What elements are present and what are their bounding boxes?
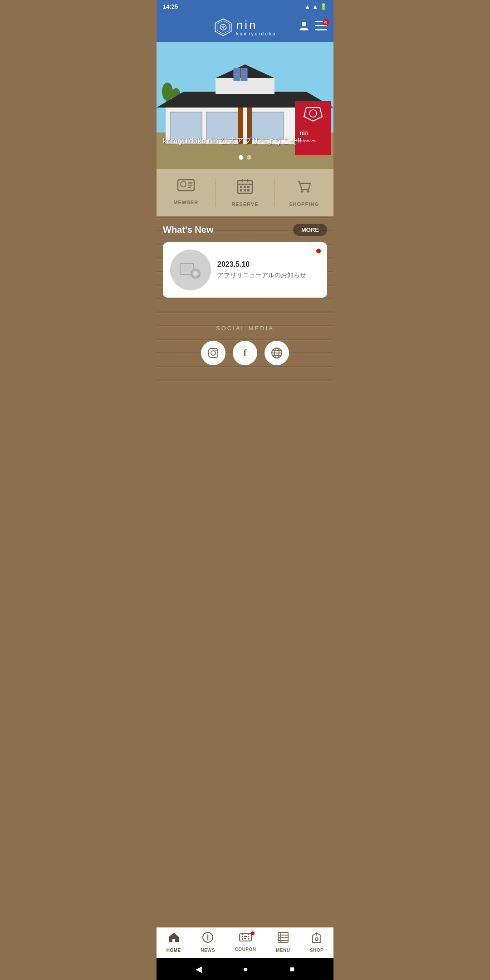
svg-rect-24	[170, 112, 202, 139]
shopping-icon	[296, 178, 312, 198]
whats-new-section: What's New MORE 2023.5.10 アプリリニューアルのお知らせ	[157, 216, 333, 311]
svg-rect-46	[240, 189, 242, 191]
social-icons-group: f	[163, 341, 327, 365]
social-media-section: SOCIAL MEDIA f	[157, 311, 333, 383]
social-media-title: SOCIAL MEDIA	[163, 325, 327, 332]
logo-subtitle: kamiyuidoko	[236, 31, 277, 36]
reserve-label: RESERVE	[231, 201, 258, 207]
svg-rect-45	[247, 186, 250, 188]
news-new-badge	[316, 249, 321, 253]
menu-button[interactable]: N	[315, 21, 327, 34]
logo-name: nin	[236, 18, 258, 32]
svg-rect-26	[252, 112, 284, 139]
logo: nin kamiyuidoko	[214, 18, 277, 37]
website-button[interactable]	[265, 341, 289, 365]
news-thumbnail	[170, 250, 211, 290]
news-title: アプリリニューアルのお知らせ	[217, 271, 320, 279]
signal-icon: ▲	[312, 3, 318, 10]
svg-rect-9	[315, 29, 327, 30]
svg-rect-43	[240, 186, 242, 188]
facebook-icon: f	[243, 347, 246, 359]
svg-rect-37	[188, 185, 192, 186]
svg-rect-44	[244, 186, 246, 188]
logo-hex-icon	[214, 18, 233, 37]
whats-new-title: What's New	[163, 225, 213, 235]
header-actions: N	[298, 20, 327, 34]
member-label: MEMBER	[173, 200, 198, 205]
wifi-icon: ▲	[304, 3, 310, 10]
news-content: 2023.5.10 アプリリニューアルのお知らせ	[217, 260, 320, 279]
status-bar: 14:25 ▲ ▲ 🔋	[157, 0, 333, 13]
member-icon	[177, 178, 195, 196]
facebook-button[interactable]: f	[233, 341, 257, 365]
profile-button[interactable]	[298, 20, 310, 34]
logo-text-container: nin kamiyuidoko	[236, 18, 277, 36]
svg-point-49	[301, 191, 304, 193]
status-time: 14:25	[163, 3, 178, 10]
svg-text:nin: nin	[300, 129, 308, 136]
hero-section: nin kamiyuidoko kamiyuidoko nin 公式アプリへよう…	[157, 42, 333, 169]
svg-rect-48	[247, 189, 250, 191]
instagram-button[interactable]	[201, 341, 225, 365]
svg-rect-25	[206, 112, 238, 139]
svg-point-50	[307, 191, 309, 193]
more-button[interactable]: MORE	[293, 224, 327, 236]
quick-menu-shopping[interactable]: SHOPPING	[275, 178, 333, 207]
svg-rect-27	[295, 101, 331, 155]
hero-dot-2[interactable]	[247, 155, 251, 160]
svg-rect-38	[188, 187, 191, 188]
hero-image: nin kamiyuidoko	[157, 42, 333, 169]
svg-point-35	[181, 181, 186, 187]
reserve-icon	[237, 178, 253, 198]
hero-dot-1[interactable]	[239, 155, 243, 160]
whats-new-header: What's New MORE	[163, 224, 327, 236]
menu-notification-badge: N	[323, 19, 329, 25]
svg-rect-36	[188, 182, 192, 184]
battery-icon: 🔋	[320, 3, 327, 10]
quick-menu-member[interactable]: MEMBER	[157, 178, 216, 207]
status-icons: ▲ ▲ 🔋	[304, 3, 327, 10]
svg-rect-23	[241, 74, 247, 81]
svg-rect-52	[183, 265, 191, 272]
quick-menu: MEMBER RESERVE	[157, 169, 333, 216]
svg-rect-20	[234, 68, 240, 74]
svg-point-54	[193, 271, 198, 276]
shopping-label: SHOPPING	[289, 201, 319, 207]
hero-dots	[239, 155, 251, 160]
svg-point-57	[216, 350, 217, 351]
page-content: nin kamiyuidoko kamiyuidoko nin 公式アプリへよう…	[157, 42, 333, 438]
app-header: nin kamiyuidoko N	[157, 13, 333, 42]
svg-rect-21	[241, 68, 247, 74]
svg-rect-22	[234, 74, 240, 81]
svg-rect-47	[244, 189, 246, 191]
hero-caption: kamiyuidoko nin 公式アプリへようこそ!!	[163, 136, 302, 146]
news-card[interactable]: 2023.5.10 アプリリニューアルのお知らせ	[163, 242, 327, 298]
quick-menu-reserve[interactable]: RESERVE	[216, 178, 274, 207]
svg-point-56	[211, 351, 216, 355]
svg-point-13	[162, 83, 173, 101]
svg-point-6	[302, 22, 306, 26]
news-date: 2023.5.10	[217, 260, 320, 269]
